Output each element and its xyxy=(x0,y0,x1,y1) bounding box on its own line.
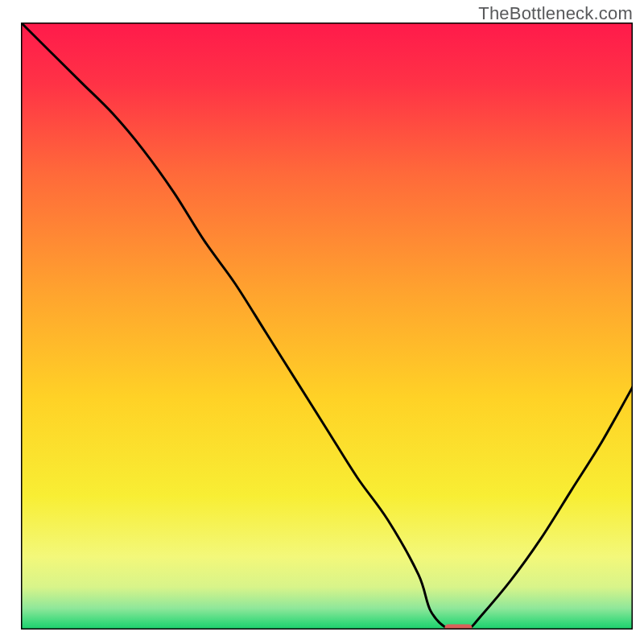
bottleneck-chart xyxy=(0,0,644,644)
plot-area xyxy=(21,23,633,632)
chart-container: TheBottleneck.com xyxy=(0,0,644,644)
watermark-text: TheBottleneck.com xyxy=(478,3,633,24)
optimal-marker xyxy=(444,624,472,631)
